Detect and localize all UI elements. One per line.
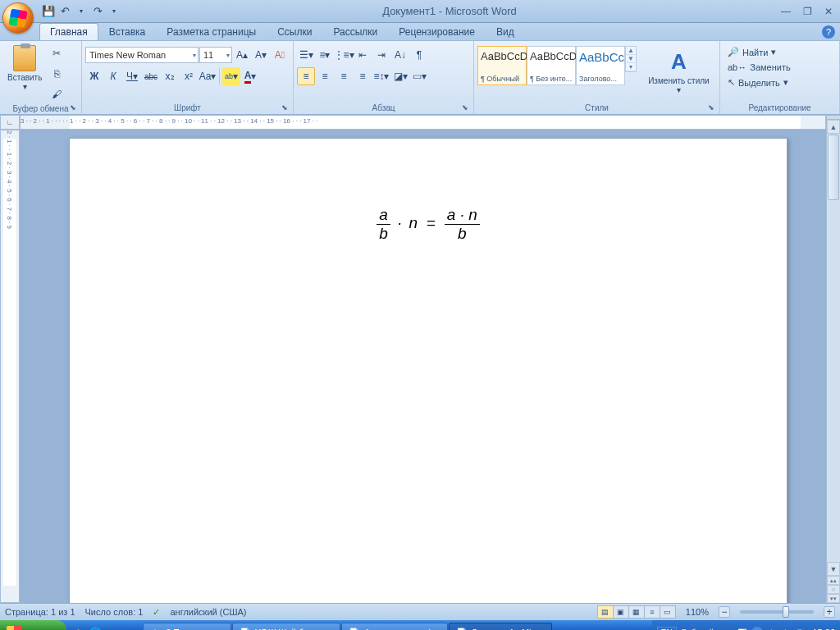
minimize-button[interactable]: — xyxy=(778,5,794,18)
underline-button[interactable]: Ч▾ xyxy=(123,67,141,85)
help-icon[interactable]: ? xyxy=(822,25,835,39)
align-left-button[interactable]: ≡ xyxy=(297,67,315,85)
bullets-button[interactable]: ☰▾ xyxy=(297,46,315,64)
page[interactable]: ab ∙ n = a ∙ nb xyxy=(69,138,788,603)
shrink-font-button[interactable]: A▾ xyxy=(252,46,270,64)
line-spacing-button[interactable]: ≡↕▾ xyxy=(372,67,390,85)
qat-undo[interactable]: ↶ xyxy=(57,4,72,19)
ql-amber-icon[interactable]: ◉ xyxy=(70,623,86,630)
font-name-combo[interactable]: Times New Roman▾ xyxy=(85,47,199,63)
clipboard-launcher[interactable]: ⬊ xyxy=(68,103,78,113)
zoom-out[interactable]: − xyxy=(719,606,730,618)
office-button[interactable] xyxy=(2,2,34,34)
tab-insert[interactable]: Вставка xyxy=(98,23,157,40)
style-scroll-up[interactable]: ▲ xyxy=(626,47,636,55)
superscript-button[interactable]: x² xyxy=(180,67,198,85)
horizontal-ruler[interactable]: 3 · · 2 · · 1 · · · · · 1 · · 2 · · 3 · … xyxy=(20,115,826,130)
ruler-corner[interactable]: ∟ xyxy=(0,115,20,130)
document-area[interactable]: ab ∙ n = a ∙ nb xyxy=(20,130,826,603)
status-language[interactable]: английский (США) xyxy=(170,607,246,617)
increase-indent-button[interactable]: ⇥ xyxy=(372,46,390,64)
status-page[interactable]: Страница: 1 из 1 xyxy=(5,607,75,617)
close-button[interactable]: ✕ xyxy=(820,5,837,18)
ql-mail-icon[interactable]: ✉ xyxy=(104,623,121,630)
multilevel-button[interactable]: ⋮≡▾ xyxy=(335,46,353,64)
view-outline[interactable]: ≡ xyxy=(644,605,660,619)
zoom-level[interactable]: 110% xyxy=(686,607,709,617)
change-case-button[interactable]: Aa▾ xyxy=(199,67,217,85)
shading-button[interactable]: ◪▾ xyxy=(391,67,409,85)
style-scroll-more[interactable]: ▾ xyxy=(626,63,636,71)
view-print-layout[interactable]: ▤ xyxy=(597,605,614,619)
style-no-spacing[interactable]: AaBbCcDd¶ Без инте... xyxy=(527,46,576,85)
clear-format-button[interactable]: Aͯ xyxy=(271,46,289,64)
cut-button[interactable]: ✂ xyxy=(48,44,66,62)
vertical-ruler[interactable]: 2 · 1 · · 1 · 2 · 3 · 4 · 5 · 6 · 7 · 8 … xyxy=(0,130,20,603)
change-styles-button[interactable]: A Изменить стили ▾ xyxy=(641,46,716,97)
italic-button[interactable]: К xyxy=(104,67,122,85)
start-button[interactable]: пуск xyxy=(0,620,66,630)
proofing-icon[interactable]: ✓ xyxy=(153,607,160,618)
qat-customize[interactable]: ▾ xyxy=(107,4,121,19)
tab-view[interactable]: Вид xyxy=(486,23,525,40)
justify-button[interactable]: ≡ xyxy=(354,67,372,85)
view-web[interactable]: ▦ xyxy=(628,605,645,619)
ql-expand[interactable]: » xyxy=(121,623,138,630)
qat-undo-dd[interactable]: ▾ xyxy=(74,4,89,19)
tab-references[interactable]: Ссылки xyxy=(267,23,322,40)
paste-button[interactable]: Вставить▾ xyxy=(3,43,46,94)
style-normal[interactable]: AaBbCcDd¶ Обычный xyxy=(477,46,527,85)
task-doc3[interactable]: 📄Документ1 - Micr... xyxy=(449,623,553,630)
ql-chrome-icon[interactable]: 🌐 xyxy=(87,623,103,630)
decrease-indent-button[interactable]: ⇤ xyxy=(354,46,372,64)
scroll-up[interactable]: ▲ xyxy=(827,120,840,134)
next-page[interactable]: ▾▾ xyxy=(827,594,840,603)
status-words[interactable]: Число слов: 1 xyxy=(85,607,144,617)
borders-button[interactable]: ▭▾ xyxy=(410,67,428,85)
grow-font-button[interactable]: A▴ xyxy=(233,46,251,64)
tray-icon-2[interactable]: ◆ xyxy=(782,627,793,630)
font-launcher[interactable]: ⬊ xyxy=(280,103,290,113)
tray-language[interactable]: EN xyxy=(657,627,677,631)
tab-page-layout[interactable]: Разметка страницы xyxy=(156,23,267,40)
style-scroll-down[interactable]: ▼ xyxy=(626,55,636,63)
tab-mailings[interactable]: Рассылки xyxy=(322,23,388,40)
scroll-thumb[interactable] xyxy=(828,135,839,200)
bold-button[interactable]: Ж xyxy=(85,67,103,85)
tab-review[interactable]: Рецензирование xyxy=(388,23,486,40)
numbering-button[interactable]: ≡▾ xyxy=(316,46,334,64)
browse-object[interactable]: ○ xyxy=(827,585,840,594)
subscript-button[interactable]: x₂ xyxy=(161,67,179,85)
find-button[interactable]: 🔎Найти ▾ xyxy=(724,45,780,59)
tab-home[interactable]: Главная xyxy=(39,23,98,40)
font-size-combo[interactable]: 11▾ xyxy=(199,47,232,63)
style-heading1[interactable]: AaBbCcЗаголово... xyxy=(576,46,625,85)
qat-save[interactable]: 💾 xyxy=(41,4,56,19)
align-center-button[interactable]: ≡ xyxy=(316,67,334,85)
show-marks-button[interactable]: ¶ xyxy=(410,46,428,64)
replace-button[interactable]: ab↔Заменить xyxy=(724,61,795,74)
format-painter-button[interactable]: 🖌 xyxy=(48,85,66,103)
task-doc1[interactable]: 📄ҮӘЖ Жай бөлше... xyxy=(232,623,340,630)
strike-button[interactable]: abc xyxy=(142,67,160,85)
tray-icon-3[interactable]: ◉ xyxy=(796,627,807,630)
copy-button[interactable]: ⎘ xyxy=(48,65,66,83)
restore-button[interactable]: ❐ xyxy=(799,5,815,18)
task-doc2[interactable]: 📄Апталық кестесі ... xyxy=(341,623,447,630)
view-full-screen[interactable]: ▣ xyxy=(613,605,629,619)
paragraph-launcher[interactable]: ⬊ xyxy=(460,103,470,113)
align-right-button[interactable]: ≡ xyxy=(335,67,353,85)
prev-page[interactable]: ▴▴ xyxy=(827,576,840,585)
equation[interactable]: ab ∙ n = a ∙ nb xyxy=(70,206,787,243)
scroll-track[interactable] xyxy=(827,201,840,562)
qat-redo[interactable]: ↷ xyxy=(90,4,105,19)
highlight-button[interactable]: ab▾ xyxy=(222,67,240,85)
vertical-scrollbar[interactable]: ▲ ▼ ▴▴ ○ ▾▾ xyxy=(826,115,840,603)
sort-button[interactable]: A↓ xyxy=(391,46,409,64)
task-explorer[interactable]: 🗂3 Проводник▾ xyxy=(143,623,231,630)
tray-expand[interactable]: ‹ xyxy=(751,627,763,630)
tray-icon-1[interactable]: ◆ xyxy=(768,627,779,630)
view-draft[interactable]: ▭ xyxy=(660,605,676,619)
select-button[interactable]: ↖Выделить ▾ xyxy=(724,75,792,89)
scroll-down[interactable]: ▼ xyxy=(827,562,840,576)
